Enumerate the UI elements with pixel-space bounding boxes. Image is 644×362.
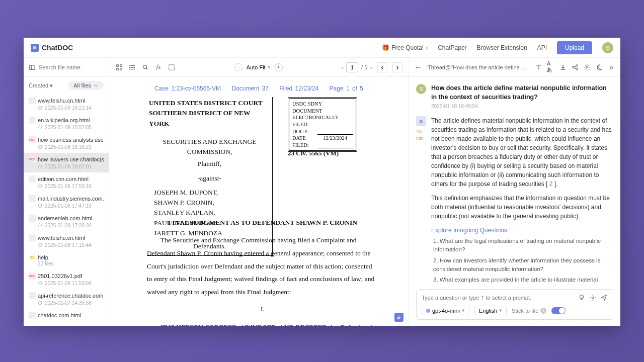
zoom-label: Auto Fit: [247, 64, 266, 70]
model-tag: 4o-mini: [416, 128, 426, 142]
file-item[interactable]: PDF2501.03226v1.pdf⏱2025-01-08 11:50:04: [24, 269, 109, 289]
gift-icon: 🎁: [382, 44, 389, 51]
doc-meta-line: Case 1:23-cv-05565-VM Document 37 Filed …: [119, 85, 398, 92]
defendants-label: Defendants.: [149, 241, 270, 251]
translate-icon[interactable]: Aあ: [547, 63, 555, 71]
send-button[interactable]: [600, 294, 608, 302]
followup-question[interactable]: 1. What are the legal implications of tr…: [431, 237, 613, 254]
free-quota-link[interactable]: 🎁 Free Quota! ›: [382, 44, 428, 51]
file-item[interactable]: andersenlab.com.html⏱2025-01-08 17:26:34: [24, 212, 109, 231]
doc-icon: [29, 195, 36, 202]
defendants: JOSEPH M. DUPONT, SHAWN P. CRONIN, STANL…: [154, 188, 270, 238]
sort-dropdown[interactable]: Created ▾: [29, 82, 53, 89]
api-link[interactable]: API: [537, 44, 547, 51]
app-window: ≡ ChatDOC 🎁 Free Quota! › ChatPaper Brow…: [24, 38, 620, 326]
filter-label: All files: [73, 82, 91, 88]
user-avatar[interactable]: S: [602, 42, 613, 53]
doc-icon: [29, 215, 36, 222]
main: fx − Auto Fit ▾ + ‹ / 5 › ‹ ›: [109, 58, 620, 326]
download-icon[interactable]: [559, 63, 567, 71]
file-item[interactable]: PDFhow business analysts use ch…⏱2025-01…: [24, 133, 109, 153]
chevron-down-icon: ▾: [268, 64, 271, 70]
zoom-select[interactable]: Auto Fit ▾: [247, 64, 271, 70]
logo-icon: ≡: [31, 44, 39, 52]
zoom-in-button[interactable]: +: [275, 63, 283, 71]
search-input[interactable]: [39, 64, 108, 70]
question-time: 2025-01-10 16:45:54: [431, 104, 613, 109]
input-settings-icon[interactable]: [589, 294, 597, 302]
gear-icon[interactable]: [583, 63, 591, 71]
more-icon[interactable]: »: [607, 63, 615, 71]
svg-point-21: [576, 64, 578, 66]
svg-point-14: [143, 65, 147, 68]
file-item[interactable]: www.feishu.cn.html⏱2025-01-09 18:21:14: [24, 94, 109, 114]
all-files-filter[interactable]: All files →: [68, 81, 104, 90]
chat-input-area: gpt-4o-mini ▾ English ▾ Stick to file i: [409, 284, 620, 326]
file-date: ⏱2025-01-09 18:21:14: [38, 105, 104, 111]
file-item[interactable]: www.feishu.cn.html⏱2025-01-08 17:15:44: [24, 231, 109, 251]
browser-extension-link[interactable]: Browser Extension: [477, 44, 527, 51]
zoom-controls: − Auto Fit ▾ +: [234, 63, 283, 71]
book-icon[interactable]: [535, 63, 543, 71]
moon-icon[interactable]: [595, 63, 603, 71]
page-controls: ‹ / 5 ›: [341, 62, 372, 72]
model-dot-icon: [426, 309, 430, 313]
doc-icon: [29, 234, 36, 241]
lightbulb-icon[interactable]: [578, 294, 586, 302]
roman-heading: I.: [147, 304, 378, 314]
clock-icon: ⏱: [38, 144, 43, 150]
file-list: www.feishu.cn.html⏱2025-01-09 18:21:14en…: [24, 94, 109, 326]
file-item[interactable]: mall.industry.siemens.com.ht…⏱2025-01-08…: [24, 192, 109, 212]
followup-question[interactable]: 3. What examples are provided in the art…: [431, 276, 613, 284]
court-line1: UNITED STATES DISTRICT COURT: [149, 98, 270, 108]
share-icon[interactable]: [571, 63, 579, 71]
document-pane: fx − Auto Fit ▾ + ‹ / 5 › ‹ ›: [109, 58, 409, 326]
chatpaper-link[interactable]: ChatPaper: [438, 44, 466, 51]
sidebar-collapse-icon[interactable]: [29, 63, 36, 71]
stick-to-file-toggle[interactable]: [551, 307, 566, 314]
answer-message: ≡ 4o-mini The article defines material n…: [416, 116, 613, 284]
svg-point-28: [580, 295, 584, 299]
followup-question[interactable]: 2. How can investors identify whether in…: [431, 256, 613, 274]
language-select[interactable]: English ▾: [474, 306, 507, 315]
document-content[interactable]: Case 1:23-cv-05565-VM Document 37 Filed …: [109, 77, 409, 326]
file-item[interactable]: 📁help22 files: [24, 251, 109, 269]
file-item[interactable]: PDFhow lawyers use chatdoc(sa…⏱2025-01-0…: [24, 153, 109, 172]
upload-button[interactable]: Upload: [557, 41, 592, 54]
clock-icon: ⏱: [38, 203, 43, 209]
next-page-button[interactable]: ›: [370, 64, 372, 70]
chat-toolbar: ← !Thread@"How does the article define m…: [409, 58, 620, 77]
back-button[interactable]: ←: [414, 63, 422, 71]
file-name: PDFhow business analysts use ch…: [29, 136, 104, 143]
body: Created ▾ All files → www.feishu.cn.html…: [24, 58, 620, 326]
model-select[interactable]: gpt-4o-mini ▾: [422, 306, 469, 315]
file-item[interactable]: api-reference.chatdoc.com.h…⏱2025-01-07 …: [24, 289, 109, 309]
jump-page-right-button[interactable]: ›: [392, 62, 403, 72]
chat-input[interactable]: [422, 295, 575, 301]
svg-rect-4: [117, 64, 119, 66]
file-item[interactable]: en.wikipedia.org.html⏱2025-01-09 15:52:0…: [24, 114, 109, 133]
doc-icon: [29, 97, 36, 104]
grid-view-icon[interactable]: [115, 63, 123, 71]
page-marker-icon[interactable]: [394, 313, 404, 322]
file-name: mall.industry.siemens.com.ht…: [29, 195, 104, 202]
zoom-out-button[interactable]: −: [234, 63, 243, 71]
list-view-icon[interactable]: [128, 63, 136, 71]
select-area-icon[interactable]: [168, 63, 176, 71]
info-icon[interactable]: i: [540, 308, 546, 314]
file-date: ⏱2025-01-08 17:47:19: [38, 203, 104, 209]
file-item[interactable]: chatdoc.com.html: [24, 309, 109, 322]
prev-page-button[interactable]: ‹: [341, 64, 343, 70]
pdf-icon: PDF: [29, 156, 36, 163]
page-input[interactable]: [346, 62, 358, 72]
svg-rect-5: [120, 64, 122, 66]
svg-point-31: [592, 297, 594, 299]
jump-page-left-button[interactable]: ‹: [377, 62, 387, 72]
file-item[interactable]: edition.cnn.com.html⏱2025-01-08 17:59:10: [24, 172, 109, 192]
search-doc-icon[interactable]: [141, 63, 149, 71]
question-avatar: S: [416, 84, 426, 94]
formula-icon[interactable]: fx: [154, 63, 163, 71]
question-message: S How does the article define material n…: [416, 84, 613, 109]
clock-icon: ⏱: [38, 125, 43, 130]
file-date: ⏱2025-01-07 14:35:58: [38, 300, 104, 306]
